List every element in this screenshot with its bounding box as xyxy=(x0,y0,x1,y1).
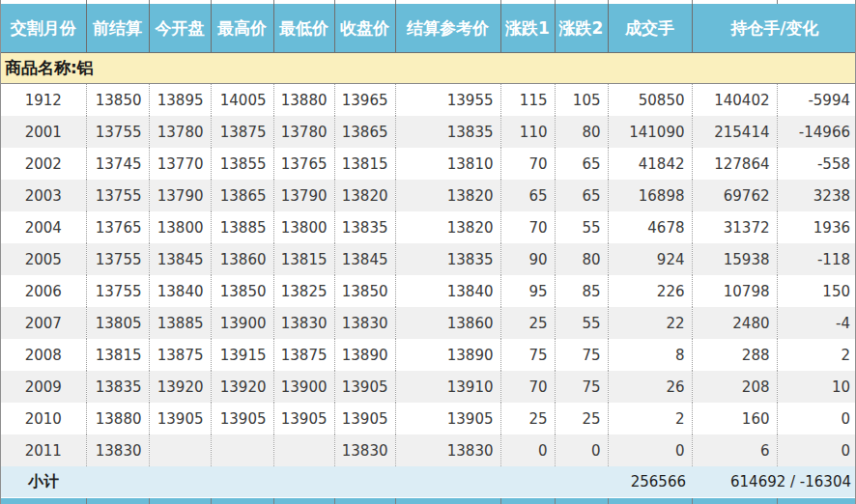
cell-close: 13830 xyxy=(334,307,395,339)
cell-delivery-month: 2008 xyxy=(1,339,86,371)
cell-low: 13815 xyxy=(273,243,334,275)
previous-row-sliver xyxy=(1,0,855,4)
cell-open: 13920 xyxy=(149,371,211,403)
cell-settlement-ref: 13840 xyxy=(395,275,500,307)
cell-prev-settlement: 13805 xyxy=(86,307,149,339)
cell-volume: 226 xyxy=(608,275,692,307)
cell-open: 13770 xyxy=(149,148,211,180)
cell-prev-settlement: 13835 xyxy=(86,371,149,403)
cell-oi-change: 0 xyxy=(777,403,856,434)
cell-open: 13790 xyxy=(149,180,211,211)
next-section-header-sliver xyxy=(1,497,855,504)
cell-volume: 4678 xyxy=(608,211,692,243)
cell-low: 13905 xyxy=(273,403,334,434)
col-header-low: 最低价 xyxy=(273,4,334,53)
subtotal-label: 小计 xyxy=(1,466,86,497)
cell-high: 13905 xyxy=(211,403,273,434)
quote-row-2004: 2004137651380013885138001383513820705546… xyxy=(1,211,856,243)
cell-oi-change: 150 xyxy=(777,275,856,307)
cell-low: 13880 xyxy=(273,84,334,117)
cell-prev-settlement: 13755 xyxy=(86,275,149,307)
quote-row-2010: 2010138801390513905139051390513905252521… xyxy=(1,403,856,434)
cell-close: 13820 xyxy=(334,180,395,211)
commodity-name: 商品名称:铝 xyxy=(1,53,856,84)
col-header-open: 今开盘 xyxy=(149,4,211,53)
col-header-open-interest: 持仓手/变化 xyxy=(692,4,856,53)
cell-prev-settlement: 13765 xyxy=(86,211,149,243)
cell-high xyxy=(211,434,273,466)
quote-table-body: 商品名称:铝 191213850138951400513880139651395… xyxy=(1,53,856,498)
cell-close: 13905 xyxy=(334,403,395,434)
cell-low: 13875 xyxy=(273,339,334,371)
cell-open-interest: 215414 xyxy=(692,116,777,148)
cell-settlement-ref: 13820 xyxy=(395,211,500,243)
cell-settlement-ref: 13830 xyxy=(395,434,500,466)
quote-row-2007: 2007138051388513900138301383013860255522… xyxy=(1,307,856,339)
cell-high: 13920 xyxy=(211,371,273,403)
cell-delivery-month: 2002 xyxy=(1,148,86,180)
cell-open-interest: 160 xyxy=(692,403,777,434)
column-divider xyxy=(273,0,274,4)
cell-open-interest: 69762 xyxy=(692,180,777,211)
cell-close: 13865 xyxy=(334,116,395,148)
commodity-name-row: 商品名称:铝 xyxy=(1,53,856,84)
column-divider xyxy=(777,498,778,504)
column-divider xyxy=(395,498,396,504)
cell-volume: 16898 xyxy=(608,180,692,211)
column-divider xyxy=(555,0,556,4)
column-divider xyxy=(149,0,150,4)
cell-oi-change: 1936 xyxy=(777,211,856,243)
cell-open: 13845 xyxy=(149,243,211,275)
cell-change-2: 80 xyxy=(555,116,608,148)
subtotal-volume: 256566 xyxy=(608,466,692,497)
quote-row-2006: 2006137551384013850138251385013840958522… xyxy=(1,275,856,307)
cell-high: 13875 xyxy=(211,116,273,148)
cell-high: 13860 xyxy=(211,243,273,275)
cell-open-interest: 15938 xyxy=(692,243,777,275)
col-header-high: 最高价 xyxy=(211,4,273,53)
cell-delivery-month: 2007 xyxy=(1,307,86,339)
cell-low: 13800 xyxy=(273,211,334,243)
cell-open: 13800 xyxy=(149,211,211,243)
cell-change-2: 0 xyxy=(555,434,608,466)
cell-delivery-month: 1912 xyxy=(1,84,86,117)
cell-low: 13825 xyxy=(273,275,334,307)
cell-low xyxy=(273,434,334,466)
quote-row-2002: 2002137451377013855137651381513810706541… xyxy=(1,148,856,180)
subtotal-open-interest-change: 614692 / -16304 xyxy=(692,466,856,497)
cell-volume: 22 xyxy=(608,307,692,339)
cell-volume: 924 xyxy=(608,243,692,275)
cell-change-1: 115 xyxy=(500,84,555,117)
cell-volume: 8 xyxy=(608,339,692,371)
cell-prev-settlement: 13850 xyxy=(86,84,149,117)
cell-oi-change: 10 xyxy=(777,371,856,403)
cell-change-2: 55 xyxy=(555,307,608,339)
col-header-prev-settlement: 前结算 xyxy=(86,4,149,53)
cell-prev-settlement: 13755 xyxy=(86,243,149,275)
cell-change-2: 85 xyxy=(555,275,608,307)
quote-row-1912: 1912138501389514005138801396513955115105… xyxy=(1,84,856,117)
cell-change-1: 95 xyxy=(500,275,555,307)
cell-change-2: 65 xyxy=(555,148,608,180)
column-divider xyxy=(211,0,212,4)
cell-change-2: 55 xyxy=(555,211,608,243)
cell-settlement-ref: 13955 xyxy=(395,84,500,117)
cell-prev-settlement: 13830 xyxy=(86,434,149,466)
cell-change-1: 70 xyxy=(500,371,555,403)
table-header-row: 交割月份前结算今开盘最高价最低价收盘价结算参考价涨跌1涨跌2成交手持仓手/变化 xyxy=(1,4,856,53)
cell-open-interest: 208 xyxy=(692,371,777,403)
column-divider xyxy=(149,498,150,504)
quote-row-2011: 201113830138301383000060 xyxy=(1,434,856,466)
cell-delivery-month: 2004 xyxy=(1,211,86,243)
col-header-volume: 成交手 xyxy=(608,4,692,53)
column-divider xyxy=(86,498,87,504)
quote-row-2001: 2001137551378013875137801386513835110801… xyxy=(1,116,856,148)
column-divider xyxy=(500,0,501,4)
column-divider xyxy=(777,0,778,4)
cell-prev-settlement: 13745 xyxy=(86,148,149,180)
col-header-change-2: 涨跌2 xyxy=(555,4,608,53)
column-divider xyxy=(334,0,335,4)
subtotal-row: 小计 256566 614692 / -16304 xyxy=(1,466,856,497)
cell-settlement-ref: 13910 xyxy=(395,371,500,403)
cell-open-interest: 288 xyxy=(692,339,777,371)
